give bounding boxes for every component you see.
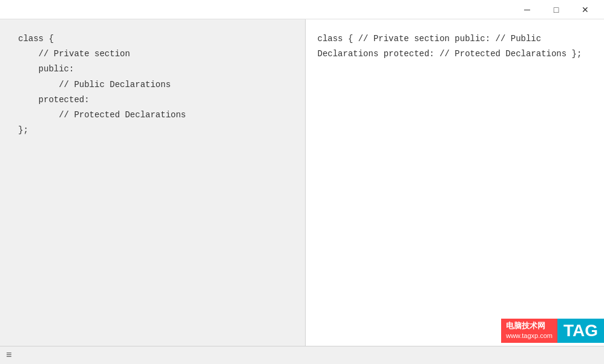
watermark-text: 电脑技术网 www.tagxp.com xyxy=(501,319,557,342)
watermark: 电脑技术网 www.tagxp.com TAG xyxy=(501,319,604,343)
watermark-tag: TAG xyxy=(557,319,604,343)
output-display: class { // Private section public: // Pu… xyxy=(318,31,593,62)
watermark-site-url: www.tagxp.com xyxy=(506,331,553,340)
status-bar: ≡ xyxy=(0,346,604,364)
watermark-site-name: 电脑技术网 xyxy=(506,321,553,331)
close-button[interactable]: ✕ xyxy=(571,0,599,19)
minimize-button[interactable]: ─ xyxy=(513,0,541,19)
left-pane: class { // Private section public: // Pu… xyxy=(0,19,306,346)
menu-icon[interactable]: ≡ xyxy=(6,350,12,361)
main-content: class { // Private section public: // Pu… xyxy=(0,19,604,346)
code-editor: class { // Private section public: // Pu… xyxy=(18,31,293,138)
maximize-button[interactable]: □ xyxy=(542,0,570,19)
right-pane: class { // Private section public: // Pu… xyxy=(306,19,605,346)
title-bar: ─ □ ✕ xyxy=(0,0,604,19)
